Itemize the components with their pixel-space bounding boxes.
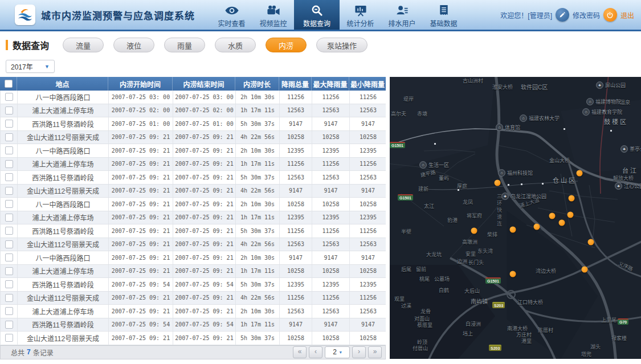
nav-item-base-data[interactable]: 基础数据 bbox=[423, 0, 464, 30]
row-checkbox[interactable] bbox=[5, 107, 13, 114]
cell-rain-min: 11256 bbox=[350, 224, 386, 238]
map-place-label: 鼓楼区 bbox=[604, 117, 628, 126]
table-row[interactable]: 八一中路西段路口 2007-07-25 09: 21 2007-07-25 09… bbox=[1, 198, 386, 211]
flood-point-marker[interactable] bbox=[588, 239, 594, 246]
map-place-label: 白鹤 bbox=[439, 287, 449, 294]
row-checkbox[interactable] bbox=[5, 280, 13, 288]
row-checkbox[interactable] bbox=[5, 267, 13, 275]
table-row[interactable]: 浦上大道浦上停车场 2007-07-25 09: 21 2007-07-25 0… bbox=[1, 305, 386, 318]
first-page-button[interactable]: « bbox=[293, 346, 307, 358]
highway-badge: S203 bbox=[489, 345, 501, 351]
app-logo bbox=[15, 5, 35, 25]
map-panel[interactable]: 古山洲村淮安大桥软件园C区堤岸温泉高尔夫赤塘鼓楼区金山大桥台江解放大桥建平路董屿… bbox=[390, 77, 641, 359]
row-checkbox[interactable] bbox=[5, 160, 13, 168]
row-checkbox[interactable] bbox=[5, 214, 13, 222]
table-row[interactable]: 八一中路西段路口 2007-07-25 09: 21 2007-07-25 09… bbox=[1, 251, 386, 265]
poi-icon: ♣ bbox=[596, 81, 603, 89]
cell-rain-total: 12563 bbox=[280, 171, 312, 184]
cell-rain-min: 9147 bbox=[350, 318, 386, 332]
cell-rain-min: 12563 bbox=[350, 305, 386, 318]
map-place-label: 塔兜 bbox=[581, 350, 591, 358]
tab-flow[interactable]: 流量 bbox=[63, 38, 104, 52]
flood-point-marker[interactable] bbox=[582, 267, 588, 273]
flood-point-marker[interactable] bbox=[559, 220, 565, 226]
flood-point-marker[interactable] bbox=[569, 195, 575, 202]
tab-level[interactable]: 液位 bbox=[113, 38, 154, 52]
row-checkbox[interactable] bbox=[5, 307, 13, 315]
table-row[interactable]: 金山大道112号丽景天成 2007-07-25 09: 21 2007-07-2… bbox=[1, 131, 386, 145]
row-checkbox[interactable] bbox=[5, 294, 13, 302]
last-page-button[interactable]: » bbox=[368, 346, 382, 358]
cell-duration: 1h 17m 11s bbox=[236, 265, 280, 278]
map-poi: ♣江心公园 bbox=[615, 182, 641, 190]
table-row[interactable]: 浦上大道浦上停车场 2007-07-25 09: 21 2007-07-25 0… bbox=[1, 265, 386, 279]
map-poi: ⌂福建教育学院 bbox=[582, 108, 622, 116]
row-checkbox[interactable] bbox=[5, 321, 13, 329]
row-checkbox[interactable] bbox=[5, 253, 13, 261]
nav-item-video[interactable]: 视频监控 bbox=[252, 0, 294, 30]
year-select[interactable]: 2017年 ▼ bbox=[6, 60, 55, 73]
map-place-label: 董屿 bbox=[439, 174, 449, 182]
table-row[interactable]: 西洪路11号祭酒岭段 2007-07-25 09: 21 2007-07-25 … bbox=[1, 224, 386, 238]
row-checkbox[interactable] bbox=[5, 120, 13, 128]
nav-item-drainage-users[interactable]: 排水用户 bbox=[381, 0, 423, 30]
select-all-checkbox[interactable] bbox=[5, 80, 13, 88]
table-row[interactable]: 金山大道112号丽景天成 2007-07-25 09: 21 2007-07-2… bbox=[1, 292, 386, 305]
row-checkbox[interactable] bbox=[5, 93, 13, 101]
table-row[interactable]: 西洪路11号祭酒岭段 2007-07-25 09: 54 2007-07-25 … bbox=[1, 318, 386, 332]
row-checkbox[interactable] bbox=[5, 133, 13, 141]
cell-rain-min: 9147 bbox=[350, 185, 386, 198]
flood-point-marker[interactable] bbox=[577, 170, 583, 177]
cell-end-time: 2007-07-25 01: 00 bbox=[173, 117, 236, 130]
flood-point-marker[interactable] bbox=[471, 228, 477, 234]
row-checkbox[interactable] bbox=[5, 200, 13, 208]
cell-location: 八一中路西段路口 bbox=[18, 144, 109, 157]
flood-point-marker[interactable] bbox=[510, 271, 516, 277]
nav-item-statistics[interactable]: 统计分析 bbox=[340, 0, 381, 30]
table-row[interactable]: 金山大道112号丽景天成 2007-07-25 09: 21 2007-07-2… bbox=[1, 185, 386, 198]
tab-pump-station[interactable]: 泵站操作 bbox=[316, 38, 368, 52]
table-row[interactable]: 西洪路11号祭酒岭段 2007-07-25 01: 00 2007-07-25 … bbox=[1, 117, 386, 131]
logout-link[interactable]: 退出 bbox=[620, 10, 634, 20]
tab-water-quality[interactable]: 水质 bbox=[215, 38, 256, 52]
search-icon bbox=[310, 2, 324, 17]
edit-pencil-icon[interactable] bbox=[556, 8, 569, 22]
row-checkbox[interactable] bbox=[5, 187, 13, 195]
cell-rain-max: 12395 bbox=[312, 211, 350, 224]
flood-point-marker[interactable] bbox=[549, 213, 556, 219]
table-row[interactable]: 浦上大道浦上停车场 2007-07-25 09: 21 2007-07-25 0… bbox=[1, 211, 386, 225]
row-checkbox[interactable] bbox=[5, 146, 13, 154]
row-checkbox[interactable] bbox=[5, 227, 13, 235]
cell-start-time: 2007-07-25 09: 21 bbox=[109, 144, 173, 157]
row-checkbox[interactable] bbox=[5, 240, 13, 248]
nav-item-realtime[interactable]: 实时查看 bbox=[211, 0, 252, 30]
table-row[interactable]: 西洪路11号祭酒岭段 2007-07-25 09: 21 2007-07-25 … bbox=[1, 171, 386, 185]
tab-waterlogging[interactable]: 内涝 bbox=[266, 38, 307, 52]
nav-item-data-query[interactable]: 数据查询 bbox=[294, 0, 340, 30]
table-row[interactable]: 西洪路11号祭酒岭段 2007-07-25 09: 54 2007-07-25 … bbox=[1, 278, 386, 292]
power-icon[interactable] bbox=[603, 8, 617, 22]
change-password-link[interactable]: 修改密码 bbox=[573, 10, 600, 20]
category-tabs: 流量 液位 雨量 水质 内涝 泵站操作 bbox=[63, 38, 377, 52]
table-row[interactable]: 八一中路西段路口 2007-07-25 03: 00 2007-07-25 03… bbox=[1, 91, 386, 104]
table-row[interactable]: 八一中路西段路口 2007-07-25 09: 21 2007-07-25 09… bbox=[1, 144, 386, 158]
row-checkbox[interactable] bbox=[5, 334, 13, 342]
cell-location: 金山大道112号丽景天成 bbox=[18, 185, 109, 198]
table-row[interactable]: 金山大道112号丽景天成 2007-07-25 09: 21 2007-07-2… bbox=[1, 238, 386, 252]
tab-rainfall[interactable]: 雨量 bbox=[164, 38, 205, 52]
next-page-button[interactable]: › bbox=[352, 346, 366, 358]
flood-point-marker[interactable] bbox=[510, 227, 516, 233]
map-place-label: 禄家楼 bbox=[611, 334, 627, 342]
cell-rain-total: 12395 bbox=[280, 278, 312, 291]
row-checkbox[interactable] bbox=[5, 173, 13, 181]
table-row[interactable]: 金山大道112号丽景天成 2007-07-25 09: 21 2007-07-2… bbox=[1, 332, 386, 345]
table-row[interactable]: 浦上大道浦上停车场 2007-07-25 09: 21 2007-07-25 0… bbox=[1, 158, 386, 171]
map-place-label: 温泉 bbox=[620, 99, 630, 106]
flood-point-marker[interactable] bbox=[534, 224, 540, 230]
prev-page-button[interactable]: ‹ bbox=[309, 346, 322, 358]
flood-point-marker[interactable] bbox=[567, 212, 574, 218]
page-select[interactable]: 2 ▾ bbox=[325, 346, 350, 358]
table-row[interactable]: 浦上大道浦上停车场 2007-07-25 02: 00 2007-07-25 0… bbox=[1, 104, 386, 118]
cell-location: 金山大道112号丽景天成 bbox=[18, 131, 109, 144]
flood-point-marker[interactable] bbox=[495, 180, 501, 186]
